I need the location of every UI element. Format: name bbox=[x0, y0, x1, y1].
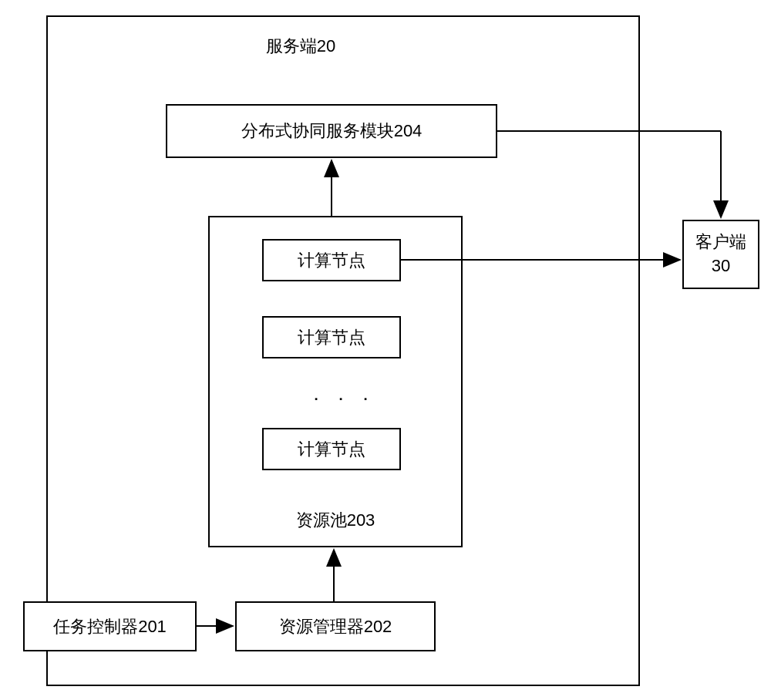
task-controller-label: 任务控制器201 bbox=[53, 615, 167, 638]
server-title: 服务端20 bbox=[224, 35, 378, 58]
compute-node-3: 计算节点 bbox=[262, 428, 401, 470]
resource-pool-label: 资源池203 bbox=[289, 509, 382, 532]
ellipsis: ．．． bbox=[307, 382, 381, 406]
compute-node-1: 计算节点 bbox=[262, 239, 401, 281]
compute-node-2-label: 计算节点 bbox=[298, 326, 365, 349]
compute-node-1-label: 计算节点 bbox=[298, 249, 365, 272]
dist-module-box: 分布式协同服务模块204 bbox=[166, 104, 497, 158]
client-label: 客户端 bbox=[695, 231, 746, 254]
resource-manager-label: 资源管理器202 bbox=[279, 615, 392, 638]
dist-module-label: 分布式协同服务模块204 bbox=[241, 119, 423, 143]
client-box: 客户端 30 bbox=[682, 220, 759, 289]
task-controller-box: 任务控制器201 bbox=[23, 601, 197, 651]
resource-manager-box: 资源管理器202 bbox=[235, 601, 436, 651]
compute-node-2: 计算节点 bbox=[262, 316, 401, 358]
client-number: 30 bbox=[712, 254, 730, 278]
compute-node-3-label: 计算节点 bbox=[298, 438, 365, 461]
